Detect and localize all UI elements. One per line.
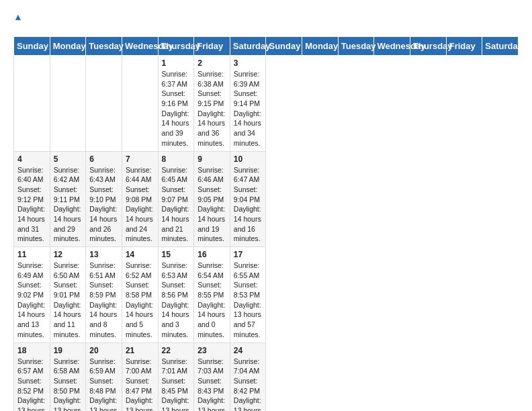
day-info: Sunrise: 7:00 AM Sunset: 8:47 PM Dayligh… — [126, 357, 154, 412]
calendar-cell: 8Sunrise: 6:45 AM Sunset: 9:07 PM Daylig… — [158, 151, 194, 247]
calendar-cell: 11Sunrise: 6:49 AM Sunset: 9:02 PM Dayli… — [14, 247, 50, 343]
calendar-cell: 15Sunrise: 6:53 AM Sunset: 8:56 PM Dayli… — [158, 247, 194, 343]
logo: ▲ — [13, 11, 35, 30]
day-header-friday: Friday — [446, 37, 482, 56]
calendar-week-row: 18Sunrise: 6:57 AM Sunset: 8:52 PM Dayli… — [14, 342, 519, 411]
day-number: 23 — [197, 346, 226, 355]
day-header-wednesday: Wednesday — [374, 37, 410, 56]
calendar-week-row: 11Sunrise: 6:49 AM Sunset: 9:02 PM Dayli… — [14, 247, 519, 343]
day-number: 7 — [126, 154, 154, 164]
calendar-cell: 5Sunrise: 6:42 AM Sunset: 9:11 PM Daylig… — [50, 151, 86, 247]
day-header-saturday: Saturday — [482, 37, 519, 56]
calendar-cell: 13Sunrise: 6:51 AM Sunset: 8:59 PM Dayli… — [86, 247, 122, 343]
day-number: 11 — [17, 250, 46, 259]
day-info: Sunrise: 6:38 AM Sunset: 9:15 PM Dayligh… — [197, 69, 226, 148]
day-number: 14 — [126, 250, 154, 259]
calendar-table: SundayMondayTuesdayWednesdayThursdayFrid… — [13, 36, 519, 411]
calendar-cell — [50, 56, 86, 152]
day-number: 13 — [89, 250, 118, 259]
day-number: 21 — [126, 346, 154, 355]
day-number: 6 — [89, 154, 118, 164]
day-info: Sunrise: 6:58 AM Sunset: 8:50 PM Dayligh… — [54, 357, 83, 412]
calendar-cell: 7Sunrise: 6:44 AM Sunset: 9:08 PM Daylig… — [122, 151, 158, 247]
calendar-week-row: 4Sunrise: 6:40 AM Sunset: 9:12 PM Daylig… — [14, 151, 519, 247]
calendar-header-row: SundayMondayTuesdayWednesdayThursdayFrid… — [14, 37, 519, 56]
day-info: Sunrise: 7:01 AM Sunset: 8:45 PM Dayligh… — [162, 357, 191, 412]
calendar-week-row: 1Sunrise: 6:37 AM Sunset: 9:16 PM Daylig… — [14, 56, 519, 152]
calendar-cell: 6Sunrise: 6:43 AM Sunset: 9:10 PM Daylig… — [86, 151, 122, 247]
day-number: 4 — [17, 154, 46, 164]
day-number: 5 — [54, 154, 83, 164]
day-info: Sunrise: 6:50 AM Sunset: 9:01 PM Dayligh… — [54, 261, 83, 340]
logo-icon: ▲ — [13, 11, 32, 30]
day-info: Sunrise: 6:59 AM Sunset: 8:48 PM Dayligh… — [89, 357, 118, 412]
calendar-cell: 2Sunrise: 6:38 AM Sunset: 9:15 PM Daylig… — [194, 56, 230, 152]
day-number: 20 — [89, 346, 118, 355]
day-number: 1 — [162, 58, 191, 68]
calendar-cell: 1Sunrise: 6:37 AM Sunset: 9:16 PM Daylig… — [158, 56, 194, 152]
calendar-cell: 3Sunrise: 6:39 AM Sunset: 9:14 PM Daylig… — [230, 56, 266, 152]
day-number: 3 — [234, 58, 263, 68]
day-info: Sunrise: 6:39 AM Sunset: 9:14 PM Dayligh… — [234, 69, 263, 148]
day-header-thursday: Thursday — [158, 37, 194, 56]
day-info: Sunrise: 6:46 AM Sunset: 9:05 PM Dayligh… — [197, 165, 226, 244]
calendar-cell: 14Sunrise: 6:52 AM Sunset: 8:58 PM Dayli… — [122, 247, 158, 343]
day-number: 18 — [17, 346, 46, 355]
day-info: Sunrise: 6:40 AM Sunset: 9:12 PM Dayligh… — [17, 165, 46, 244]
calendar-cell — [14, 56, 50, 152]
day-header-tuesday: Tuesday — [86, 37, 122, 56]
calendar-cell: 17Sunrise: 6:55 AM Sunset: 8:53 PM Dayli… — [230, 247, 266, 343]
calendar-cell: 4Sunrise: 6:40 AM Sunset: 9:12 PM Daylig… — [14, 151, 50, 247]
day-header-monday: Monday — [302, 37, 339, 56]
day-number: 9 — [197, 154, 226, 164]
day-info: Sunrise: 6:37 AM Sunset: 9:16 PM Dayligh… — [162, 69, 191, 148]
day-info: Sunrise: 6:52 AM Sunset: 8:58 PM Dayligh… — [126, 261, 154, 340]
day-header-tuesday: Tuesday — [338, 37, 374, 56]
calendar-cell: 9Sunrise: 6:46 AM Sunset: 9:05 PM Daylig… — [194, 151, 230, 247]
calendar-cell: 24Sunrise: 7:04 AM Sunset: 8:42 PM Dayli… — [230, 342, 266, 411]
day-info: Sunrise: 7:03 AM Sunset: 8:43 PM Dayligh… — [197, 357, 226, 412]
day-header-saturday: Saturday — [230, 37, 266, 56]
day-header-wednesday: Wednesday — [122, 37, 158, 56]
day-number: 17 — [234, 250, 263, 259]
day-info: Sunrise: 6:55 AM Sunset: 8:53 PM Dayligh… — [234, 261, 263, 340]
day-number: 12 — [54, 250, 83, 259]
day-header-sunday: Sunday — [14, 37, 50, 56]
day-info: Sunrise: 6:47 AM Sunset: 9:04 PM Dayligh… — [234, 165, 263, 244]
day-number: 8 — [162, 154, 191, 164]
calendar-cell: 18Sunrise: 6:57 AM Sunset: 8:52 PM Dayli… — [14, 342, 50, 411]
calendar-cell: 10Sunrise: 6:47 AM Sunset: 9:04 PM Dayli… — [230, 151, 266, 247]
day-number: 2 — [197, 58, 226, 68]
day-number: 24 — [234, 346, 263, 355]
calendar-cell: 22Sunrise: 7:01 AM Sunset: 8:45 PM Dayli… — [158, 342, 194, 411]
calendar-cell — [122, 56, 158, 152]
day-info: Sunrise: 6:53 AM Sunset: 8:56 PM Dayligh… — [162, 261, 191, 340]
day-number: 19 — [54, 346, 83, 355]
svg-text:▲: ▲ — [13, 11, 23, 22]
calendar-cell: 21Sunrise: 7:00 AM Sunset: 8:47 PM Dayli… — [122, 342, 158, 411]
day-number: 15 — [162, 250, 191, 259]
page-header: ▲ — [13, 11, 519, 30]
day-info: Sunrise: 6:45 AM Sunset: 9:07 PM Dayligh… — [162, 165, 191, 244]
calendar-cell — [86, 56, 122, 152]
calendar-cell: 12Sunrise: 6:50 AM Sunset: 9:01 PM Dayli… — [50, 247, 86, 343]
day-info: Sunrise: 6:54 AM Sunset: 8:55 PM Dayligh… — [197, 261, 226, 340]
calendar-cell: 19Sunrise: 6:58 AM Sunset: 8:50 PM Dayli… — [50, 342, 86, 411]
day-info: Sunrise: 6:49 AM Sunset: 9:02 PM Dayligh… — [17, 261, 46, 340]
day-info: Sunrise: 6:51 AM Sunset: 8:59 PM Dayligh… — [89, 261, 118, 340]
calendar-cell: 20Sunrise: 6:59 AM Sunset: 8:48 PM Dayli… — [86, 342, 122, 411]
day-header-thursday: Thursday — [410, 37, 447, 56]
calendar-cell: 16Sunrise: 6:54 AM Sunset: 8:55 PM Dayli… — [194, 247, 230, 343]
day-info: Sunrise: 6:57 AM Sunset: 8:52 PM Dayligh… — [17, 357, 46, 412]
day-info: Sunrise: 6:42 AM Sunset: 9:11 PM Dayligh… — [54, 165, 83, 244]
day-info: Sunrise: 6:43 AM Sunset: 9:10 PM Dayligh… — [89, 165, 118, 244]
day-info: Sunrise: 6:44 AM Sunset: 9:08 PM Dayligh… — [126, 165, 154, 244]
day-number: 16 — [197, 250, 226, 259]
day-header-sunday: Sunday — [266, 37, 302, 56]
day-header-monday: Monday — [50, 37, 86, 56]
day-header-friday: Friday — [194, 37, 230, 56]
day-number: 10 — [234, 154, 263, 164]
calendar-cell: 23Sunrise: 7:03 AM Sunset: 8:43 PM Dayli… — [194, 342, 230, 411]
day-number: 22 — [162, 346, 191, 355]
day-info: Sunrise: 7:04 AM Sunset: 8:42 PM Dayligh… — [234, 357, 263, 412]
